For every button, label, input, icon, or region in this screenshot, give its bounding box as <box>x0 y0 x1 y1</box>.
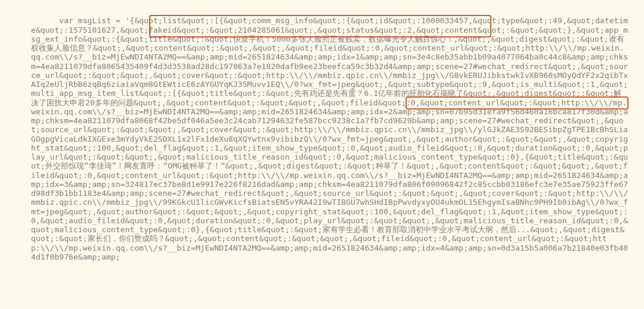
code-text: var msgList = '{&quot;list&quot;:[{&quot… <box>31 16 628 261</box>
code-viewer: var msgList = '{&quot;list&quot;:[{&quot… <box>0 0 644 309</box>
